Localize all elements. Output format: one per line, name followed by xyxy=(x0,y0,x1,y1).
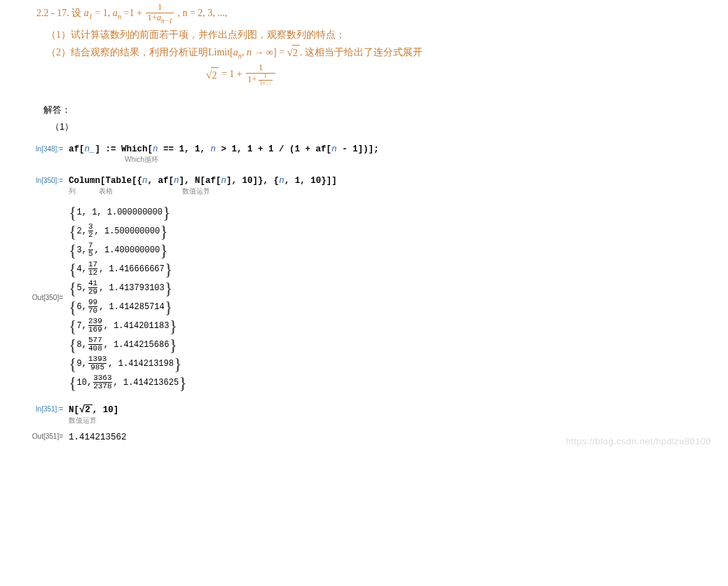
in-label: In[348]:= xyxy=(0,144,69,153)
watermark: https://blog.csdn.net/hpdlzu80100 xyxy=(565,436,711,447)
table-row: {3, 75, 1.400000000} xyxy=(69,242,187,259)
input-cell-350: In[350]:= Column[Table[{n, af[n], N[af[n… xyxy=(0,176,728,196)
hint-numeric: 数值运算 xyxy=(182,186,210,196)
text: =1 + xyxy=(124,8,145,18)
table-row: {7, 239169, 1.414201183} xyxy=(69,318,187,334)
table-row: {6, 9970, 1.414285714} xyxy=(69,299,187,315)
hint-table: 表格 xyxy=(99,186,113,196)
table-row: {2, 32, 1.500000000} xyxy=(69,223,187,240)
table-row: {8, 577408, 1.414215686} xyxy=(69,336,187,353)
answer-heading: 解答： （1） xyxy=(43,104,728,133)
fraction: 577408 xyxy=(88,336,102,353)
in-label: In[350]:= xyxy=(0,176,69,184)
input-cell-348: In[348]:= af[n_] := Which[n == 1, 1, n >… xyxy=(0,144,728,165)
problem-statement: 2.2 - 17. 设 a1 = 1, an =1 + 1 1+an−1 , n… xyxy=(36,3,686,87)
table-row: {9, 1393985, 1.414213198} xyxy=(69,355,187,372)
fraction: 9970 xyxy=(88,299,97,315)
problem-line-1: 2.2 - 17. 设 a1 = 1, an =1 + 1 1+an−1 , n… xyxy=(36,3,686,25)
table-row: {10, 33632378, 1.414213625} xyxy=(69,374,187,391)
hint-which: Which循环 xyxy=(125,155,728,165)
table-row: {1, 1, 1.000000000} xyxy=(69,204,187,221)
answer-title: 解答： xyxy=(43,104,728,116)
problem-part-1: （1）试计算该数列的前面若干项，并作出点列图，观察数列的特点； xyxy=(46,27,686,43)
out-label: Out[350]= xyxy=(0,294,69,301)
fraction: 1393985 xyxy=(88,355,107,372)
hint-column: 列 xyxy=(69,186,76,196)
table-row: {5, 4129, 1.413793103} xyxy=(69,280,187,297)
code-line[interactable]: N[2, 10] xyxy=(69,404,728,415)
input-cell-351: In[351]:= N[2, 10] 数值运算 xyxy=(0,404,728,425)
problem-part-2: （2）结合观察的结果，利用分析证明Limit[an, n → ∞] = 2. 这… xyxy=(46,44,686,62)
code-line[interactable]: af[n_] := Which[n == 1, 1, n > 1, 1 + 1 … xyxy=(69,144,728,154)
text: , n = 2, 3, ..., xyxy=(177,8,227,18)
text: 2.2 - 17. 设 xyxy=(36,8,84,18)
hint-numeric: 数值运算 xyxy=(69,416,728,425)
continued-fraction-eq: 2 = 1 + 1 1+ 1 1+… xyxy=(206,63,686,86)
fraction: 32 xyxy=(88,223,93,239)
fraction: 33632378 xyxy=(93,374,111,390)
output-cell-350: Out[350]= {1, 1, 1.000000000}{2, 32, 1.5… xyxy=(0,202,728,393)
output-column: {1, 1, 1.000000000}{2, 32, 1.500000000}{… xyxy=(69,202,187,393)
answer-part-1-label: （1） xyxy=(50,121,728,133)
fraction: 239169 xyxy=(88,318,102,334)
var-a1: a1 xyxy=(84,8,92,18)
code-line[interactable]: Column[Table[{n, af[n], N[af[n], 10]}, {… xyxy=(69,176,728,186)
fraction: 4129 xyxy=(88,280,97,296)
hint-row: 列 表格 数值运算 xyxy=(69,186,728,196)
fraction: 1712 xyxy=(88,261,97,277)
in-label: In[351]:= xyxy=(0,404,69,413)
fraction: 1 1+an−1 xyxy=(146,3,174,25)
text: = 1, xyxy=(95,8,112,18)
table-row: {4, 1712, 1.416666667} xyxy=(69,261,187,278)
fraction: 75 xyxy=(88,242,93,258)
var-an: an xyxy=(113,8,121,18)
out-label: Out[351]= xyxy=(0,432,69,440)
